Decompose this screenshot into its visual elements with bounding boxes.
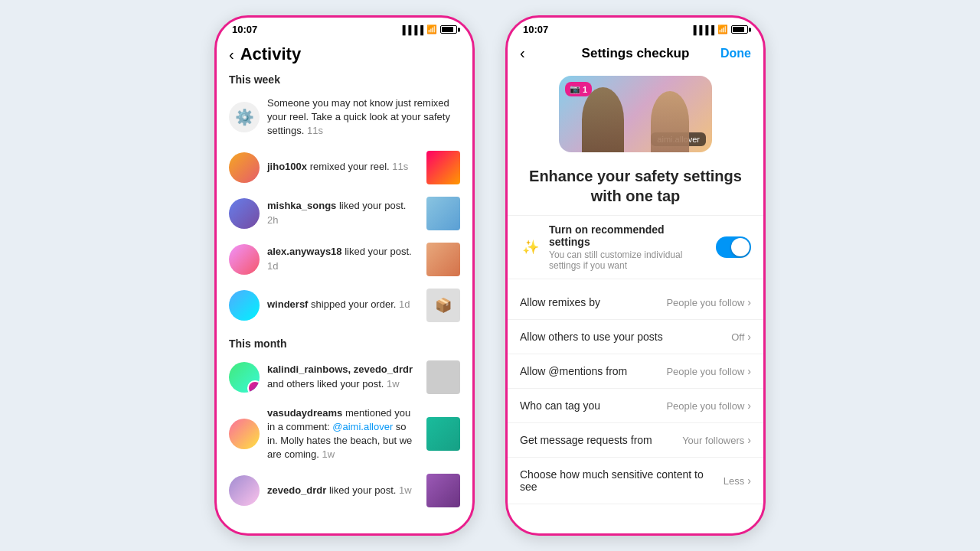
settings-back-button[interactable]: ‹ — [520, 44, 525, 62]
thumbnail — [426, 243, 460, 276]
avatar — [229, 152, 260, 183]
activity-text: zevedo_drdr liked your post. 1w — [267, 484, 419, 497]
status-icons-2: ▐▐▐▐ 📶 — [691, 24, 748, 34]
activity-screen: ‹ Activity This week ⚙️ Someone you may … — [217, 38, 472, 527]
status-icons-1: ▐▐▐▐ 📶 — [400, 24, 457, 34]
thumbnail — [426, 151, 460, 184]
allow-others-label: Allow others to use your posts — [520, 331, 731, 343]
chevron-icon-3: › — [747, 365, 751, 377]
camera-badge: 📷 1 — [565, 82, 592, 96]
chevron-icon-6: › — [747, 474, 751, 487]
settings-icon-avatar: ⚙️ — [229, 102, 260, 132]
thumbnail — [426, 360, 460, 394]
toggle-text: Turn on recommended settings You can sti… — [549, 223, 708, 271]
setting-sensitive-content[interactable]: Choose how much sensitive content to see… — [508, 458, 763, 504]
time-1: 10:07 — [232, 24, 257, 35]
activity-text: jiho100x remixed your reel. 11s — [267, 160, 419, 174]
activity-nav-header: ‹ Activity — [217, 38, 472, 70]
done-button[interactable]: Done — [720, 47, 751, 60]
mentions-label: Allow @mentions from — [520, 365, 666, 377]
list-item: vasudaydreams mentioned you in a comment… — [217, 400, 472, 468]
list-item: alex.anyways18 liked your post. 1d — [217, 236, 472, 282]
activity-title: Activity — [240, 44, 301, 64]
thumbnail — [426, 417, 460, 451]
allow-others-value: Off — [731, 331, 744, 343]
toggle-main-text: Turn on recommended settings — [549, 223, 708, 248]
settings-title: Settings checkup — [582, 46, 690, 61]
avatar — [229, 198, 260, 229]
list-item: jiho100x remixed your reel. 11s — [217, 145, 472, 191]
setting-mentions[interactable]: Allow @mentions from People you follow › — [508, 354, 763, 389]
activity-text: mishka_songs liked your post. 2h — [267, 199, 419, 227]
activity-text: vasudaydreams mentioned you in a comment… — [267, 406, 419, 462]
message-requests-value: Your followers — [682, 435, 744, 446]
chevron-icon-4: › — [747, 399, 751, 412]
avatar — [229, 244, 260, 275]
settings-scroll[interactable]: 📷 1 aimi.allover Enhance your safety set… — [508, 68, 763, 523]
wifi-icon-2: 📶 — [717, 24, 728, 34]
list-item: mishka_songs liked your post. 2h — [217, 191, 472, 236]
tag-value: People you follow — [666, 400, 744, 412]
gear-notification-text: Someone you may not know just remixed yo… — [267, 96, 460, 139]
chevron-icon: › — [747, 296, 751, 308]
allow-remixes-label: Allow remixes by — [520, 296, 666, 308]
thumbnail — [426, 474, 460, 507]
phone-activity: 10:07 ▐▐▐▐ 📶 ‹ Activity This week ⚙️ Som… — [214, 15, 475, 536]
avatar — [229, 290, 260, 321]
mentions-value: People you follow — [666, 366, 744, 377]
setting-tag[interactable]: Who can tag you People you follow › — [508, 389, 763, 423]
chevron-icon-5: › — [747, 434, 751, 446]
tag-label: Who can tag you — [520, 399, 666, 412]
battery-icon-2 — [731, 25, 748, 34]
wand-icon: ✨ — [520, 239, 541, 256]
avatar — [229, 475, 260, 506]
settings-nav-header: ‹ Settings checkup Done — [508, 38, 763, 68]
wifi-icon: 📶 — [426, 24, 437, 34]
back-button[interactable]: ‹ — [229, 46, 234, 64]
settings-main-title: Enhance your safety settings with one ta… — [508, 160, 763, 215]
phone-settings: 10:07 ▐▐▐▐ 📶 ‹ Settings checkup Done 📷 1 — [505, 15, 766, 536]
chevron-icon-2: › — [747, 331, 751, 343]
activity-text: alex.anyways18 liked your post. 1d — [267, 245, 419, 272]
message-requests-label: Get message requests from — [520, 434, 682, 446]
activity-text: kalindi_rainbows, zevedo_drdr and others… — [267, 363, 419, 390]
avatar — [229, 362, 260, 393]
setting-message-requests[interactable]: Get message requests from Your followers… — [508, 423, 763, 458]
status-bar-1: 10:07 ▐▐▐▐ 📶 — [217, 18, 472, 38]
allow-remixes-value: People you follow — [666, 297, 744, 308]
list-item: windersf shipped your order. 1d 📦 — [217, 282, 472, 328]
status-bar-2: 10:07 ▐▐▐▐ 📶 — [508, 18, 763, 38]
sensitive-content-label: Choose how much sensitive content to see — [520, 468, 724, 493]
list-item: kalindi_rainbows, zevedo_drdr and others… — [217, 354, 472, 400]
activity-text: windersf shipped your order. 1d — [267, 298, 419, 311]
setting-allow-others[interactable]: Allow others to use your posts Off › — [508, 320, 763, 354]
settings-screen: ‹ Settings checkup Done 📷 1 aimi.allover — [508, 38, 763, 527]
avatar — [229, 419, 260, 449]
camera-count: 1 — [583, 85, 587, 94]
hero-image: 📷 1 aimi.allover — [559, 76, 712, 152]
battery-icon — [440, 25, 457, 34]
signal-icon-2: ▐▐▐▐ — [691, 25, 714, 34]
activity-scroll[interactable]: This week ⚙️ Someone you may not know ju… — [217, 70, 472, 525]
setting-allow-remixes[interactable]: Allow remixes by People you follow › — [508, 285, 763, 320]
signal-icon: ▐▐▐▐ — [400, 25, 423, 34]
toggle-sub-text: You can still customize individual setti… — [549, 249, 708, 271]
thumbnail: 📦 — [426, 289, 460, 322]
list-item: zevedo_drdr liked your post. 1w — [217, 468, 472, 514]
time-2: 10:07 — [523, 24, 548, 35]
sensitive-content-value: Less — [724, 475, 744, 487]
camera-icon: 📷 — [570, 84, 580, 94]
toggle-row: ✨ Turn on recommended settings You can s… — [508, 215, 763, 279]
list-item: ⚙️ Someone you may not know just remixed… — [217, 90, 472, 145]
recommended-settings-toggle[interactable] — [716, 236, 751, 258]
section-this-month: This month — [217, 334, 472, 354]
hero-container: 📷 1 aimi.allover — [508, 68, 763, 160]
section-this-week: This week — [217, 70, 472, 90]
thumbnail — [426, 197, 460, 230]
